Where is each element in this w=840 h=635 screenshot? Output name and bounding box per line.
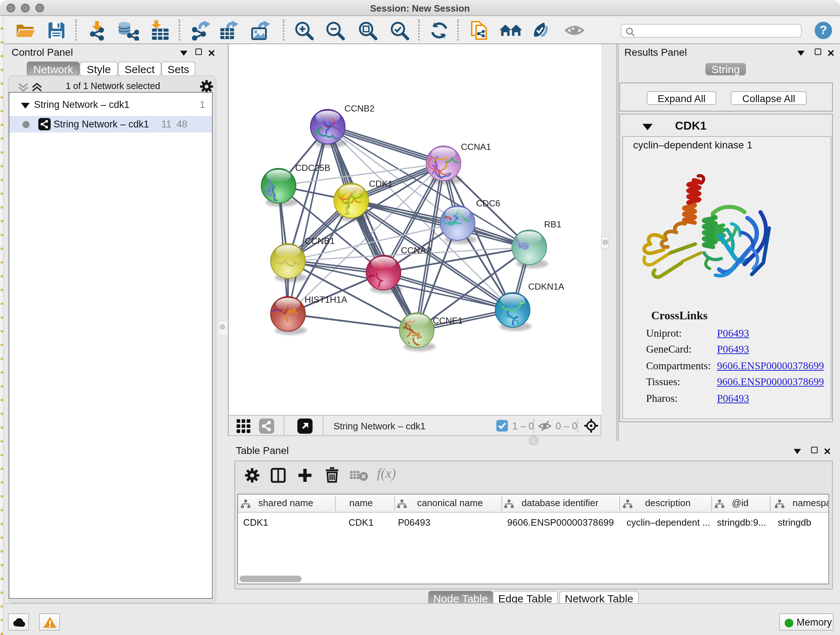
- svg-text:CDKN1A: CDKN1A: [528, 282, 564, 291]
- svg-text:CDK1: CDK1: [369, 179, 393, 188]
- svg-text:CCNB2: CCNB2: [344, 103, 374, 113]
- svg-text:CCNE1: CCNE1: [433, 316, 463, 325]
- svg-text:HIST1H1A: HIST1H1A: [305, 295, 347, 304]
- svg-text:RB1: RB1: [544, 219, 561, 229]
- svg-text:CDC6: CDC6: [476, 198, 500, 208]
- svg-text:CCNA1: CCNA1: [461, 142, 491, 152]
- svg-text:CDC25B: CDC25B: [295, 163, 330, 173]
- svg-text:CCNB1: CCNB1: [305, 236, 335, 246]
- svg-text:CCNA2: CCNA2: [401, 245, 431, 255]
